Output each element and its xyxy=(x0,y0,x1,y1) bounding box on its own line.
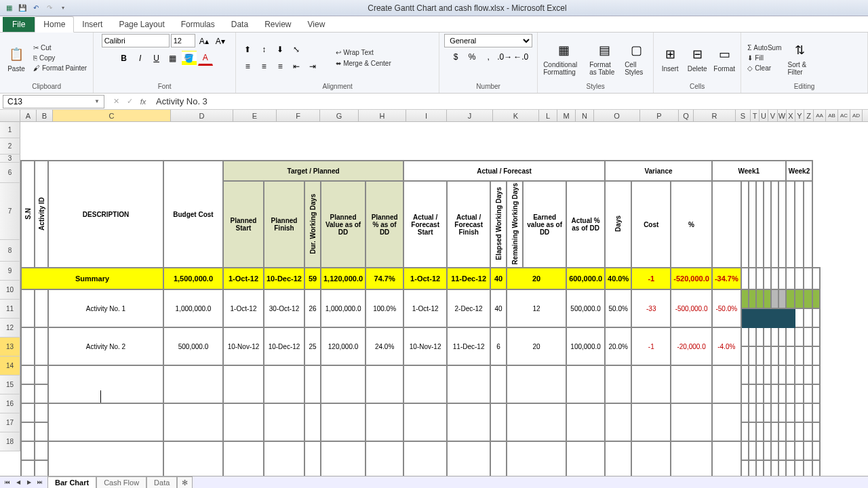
font-color-button[interactable]: A xyxy=(198,51,213,66)
font-name-select[interactable] xyxy=(102,34,170,47)
col-AC[interactable]: AC xyxy=(838,110,850,121)
name-box[interactable]: C13 ▼ xyxy=(3,95,104,108)
col-F[interactable]: F xyxy=(277,110,320,121)
italic-button[interactable]: I xyxy=(133,51,148,66)
increase-decimal-icon[interactable]: .0→ xyxy=(497,49,512,64)
col-I[interactable]: I xyxy=(406,110,447,121)
sheet-tab-data[interactable]: Data xyxy=(146,476,177,488)
col-Z[interactable]: Z xyxy=(804,110,814,121)
undo-icon[interactable]: ↶ xyxy=(30,2,42,14)
tab-page-layout[interactable]: Page Layout xyxy=(111,17,172,32)
bold-button[interactable]: B xyxy=(117,51,132,66)
conditional-formatting-button[interactable]: ▦Conditional Formatting xyxy=(542,38,585,77)
increase-indent-icon[interactable]: ⇥ xyxy=(305,59,320,74)
tab-data[interactable]: Data xyxy=(223,17,256,32)
orientation-icon[interactable]: ⤡ xyxy=(289,42,304,57)
tab-home[interactable]: Home xyxy=(35,16,74,33)
col-AD[interactable]: AD xyxy=(850,110,863,121)
decrease-decimal-icon[interactable]: ←.0 xyxy=(513,49,528,64)
percent-icon[interactable]: % xyxy=(465,49,479,64)
tab-file[interactable]: File xyxy=(3,17,35,32)
col-E[interactable]: E xyxy=(233,110,277,121)
autosum-button[interactable]: ΣAutoSum xyxy=(745,43,783,52)
currency-icon[interactable]: $ xyxy=(448,49,463,64)
merge-center-button[interactable]: ⬌Merge & Center xyxy=(334,59,393,68)
last-sheet-icon[interactable]: ⏭ xyxy=(35,478,45,487)
row-12[interactable]: 12 xyxy=(0,319,20,338)
row-16[interactable]: 16 xyxy=(0,394,20,413)
align-middle-icon[interactable]: ↕ xyxy=(256,42,271,57)
col-U[interactable]: U xyxy=(760,110,768,121)
row-2[interactable]: 2 xyxy=(0,138,20,155)
col-R[interactable]: R xyxy=(694,110,736,121)
row-3[interactable]: 3 xyxy=(0,155,20,163)
select-all-corner[interactable] xyxy=(0,110,20,121)
col-X[interactable]: X xyxy=(787,110,795,121)
copy-button[interactable]: ⎘Copy xyxy=(31,54,89,62)
col-D[interactable]: D xyxy=(171,110,233,121)
sheet-tab-cash-flow[interactable]: Cash Flow xyxy=(96,476,146,488)
border-button[interactable]: ▦ xyxy=(165,51,180,66)
align-center-icon[interactable]: ≡ xyxy=(256,59,271,74)
col-A[interactable]: A xyxy=(20,110,37,121)
paste-button[interactable]: 📋 Paste xyxy=(4,42,28,74)
format-as-table-button[interactable]: ▤Format as Table xyxy=(588,38,620,77)
col-O[interactable]: O xyxy=(594,110,640,121)
col-G[interactable]: G xyxy=(320,110,359,121)
new-sheet-button[interactable]: ✻ xyxy=(177,476,193,489)
redo-icon[interactable]: ↷ xyxy=(43,2,56,14)
data-grid[interactable]: S.N Activity ID DESCRIPTION Budget Cost … xyxy=(20,122,868,451)
col-J[interactable]: J xyxy=(447,110,493,121)
tab-insert[interactable]: Insert xyxy=(74,17,111,32)
wrap-text-button[interactable]: ↩Wrap Text xyxy=(334,48,393,57)
next-sheet-icon[interactable]: ▶ xyxy=(24,478,34,487)
decrease-font-icon[interactable]: A▾ xyxy=(213,34,228,49)
col-T[interactable]: T xyxy=(751,110,760,121)
align-top-icon[interactable]: ⬆ xyxy=(240,42,255,57)
row-7[interactable]: 7 xyxy=(0,183,20,240)
underline-button[interactable]: U xyxy=(149,51,164,66)
col-C[interactable]: C xyxy=(53,110,171,121)
align-right-icon[interactable]: ≡ xyxy=(273,59,288,74)
confirm-edit-icon[interactable]: ✓ xyxy=(123,96,136,108)
number-format-select[interactable]: General xyxy=(444,34,532,47)
decrease-indent-icon[interactable]: ⇤ xyxy=(289,59,304,74)
cut-button[interactable]: ✂Cut xyxy=(31,43,89,52)
row-6[interactable]: 6 xyxy=(0,163,20,183)
insert-button[interactable]: ⊞Insert xyxy=(658,42,682,74)
col-W[interactable]: W xyxy=(778,110,787,121)
row-15[interactable]: 15 xyxy=(0,375,20,394)
qa-more-icon[interactable]: ▾ xyxy=(57,2,69,14)
fill-color-button[interactable]: 🪣 xyxy=(182,51,197,66)
row-8[interactable]: 8 xyxy=(0,240,20,262)
sort-filter-button[interactable]: ⇅Sort & Filter xyxy=(786,38,813,77)
col-M[interactable]: M xyxy=(557,110,576,121)
col-L[interactable]: L xyxy=(539,110,557,121)
col-H[interactable]: H xyxy=(359,110,406,121)
tab-formulas[interactable]: Formulas xyxy=(173,17,223,32)
comma-icon[interactable]: , xyxy=(481,49,496,64)
col-K[interactable]: K xyxy=(493,110,539,121)
col-N[interactable]: N xyxy=(576,110,594,121)
increase-font-icon[interactable]: A▴ xyxy=(197,34,212,49)
col-Y[interactable]: Y xyxy=(795,110,804,121)
row-17[interactable]: 17 xyxy=(0,413,20,432)
cancel-edit-icon[interactable]: ✕ xyxy=(110,96,122,108)
row-1[interactable]: 1 xyxy=(0,122,20,138)
row-9[interactable]: 9 xyxy=(0,262,20,281)
chevron-down-icon[interactable]: ▼ xyxy=(94,98,100,104)
align-left-icon[interactable]: ≡ xyxy=(240,59,255,74)
row-14[interactable]: 14 xyxy=(0,357,20,375)
col-V[interactable]: V xyxy=(768,110,778,121)
save-icon[interactable]: 💾 xyxy=(16,2,28,14)
delete-button[interactable]: ⊟Delete xyxy=(685,42,709,74)
col-S[interactable]: S xyxy=(736,110,751,121)
col-AB[interactable]: AB xyxy=(826,110,838,121)
row-11[interactable]: 11 xyxy=(0,300,20,319)
align-bottom-icon[interactable]: ⬇ xyxy=(273,42,288,57)
fx-icon[interactable]: fx xyxy=(137,96,149,108)
format-painter-button[interactable]: 🖌Format Painter xyxy=(31,64,89,73)
format-button[interactable]: ▭Format xyxy=(712,42,736,74)
row-10[interactable]: 10 xyxy=(0,281,20,300)
row-13[interactable]: 13 xyxy=(0,338,20,357)
